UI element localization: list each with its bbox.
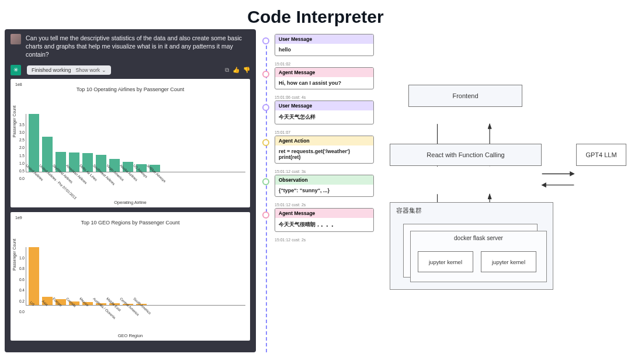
architecture-diagram: Frontend React with Function Calling GPT… bbox=[382, 29, 626, 352]
timeline-time: 15:01:07 bbox=[261, 130, 377, 136]
timeline-body: Hi, how can I assist you? bbox=[275, 77, 373, 89]
timeline-body: {"type": "sunny", ...} bbox=[275, 185, 373, 196]
timeline-time: 15:01:02 bbox=[261, 62, 377, 67]
chart-title: Top 10 Operating Airlines by Passenger C… bbox=[15, 86, 245, 92]
timeline-card: User Messagehello bbox=[275, 34, 374, 56]
chart-ylabel: Passenger Count bbox=[12, 105, 16, 137]
timeline-kind: Agent Message bbox=[275, 209, 373, 218]
timeline-dot bbox=[262, 178, 269, 185]
timeline-body: ret = requests.get('/weather') print(ret… bbox=[275, 145, 373, 163]
user-message-row: Can you tell me the descriptive statisti… bbox=[11, 34, 250, 59]
timeline-card: Agent Message今天天气很晴朗，。。。 bbox=[275, 208, 374, 232]
chart-xlabel: GEO Region bbox=[15, 333, 245, 338]
timeline-card: Agent Actionret = requests.get('/weather… bbox=[275, 136, 374, 164]
box-react: React with Function Calling bbox=[390, 144, 542, 166]
chart-bars bbox=[26, 247, 245, 306]
timeline-item: Agent Message今天天气很晴朗，。。。 bbox=[261, 208, 377, 232]
chevron-down-icon: ⌄ bbox=[102, 67, 106, 73]
timeline-dot bbox=[262, 104, 269, 111]
timeline-item: User Message今天天气怎么样 bbox=[261, 100, 377, 124]
box-kernel-1: jupyter kernel bbox=[418, 251, 473, 272]
box-cluster: 容器集群 docker flask server jupyter kernel … bbox=[390, 202, 553, 290]
chart-scale: 1e8 bbox=[15, 82, 245, 86]
show-work-toggle[interactable]: Show work ⌄ bbox=[76, 67, 107, 73]
timeline-body: 今天天气很晴朗，。。。 bbox=[275, 218, 373, 231]
timeline-card: Agent MessageHi, how can I assist you? bbox=[275, 67, 374, 89]
thumbs-down-icon[interactable]: 👎 bbox=[243, 67, 250, 74]
chart-airlines: 1e8Top 10 Operating Airlines by Passenge… bbox=[11, 79, 250, 207]
copy-icon[interactable]: ⧉ bbox=[225, 67, 229, 74]
timeline-item: User Messagehello bbox=[261, 34, 377, 56]
timeline-kind: User Message bbox=[275, 101, 373, 110]
chart-xlabels: United AirlinesUnited Airlines · Pre 07/… bbox=[28, 172, 243, 176]
chart-yaxis: 3.53.02.52.01.51.00.50.0 bbox=[15, 123, 26, 181]
chart-xlabel: Operating Airline bbox=[15, 200, 245, 205]
cluster-label: 容器集群 bbox=[396, 206, 422, 215]
chart-bars bbox=[26, 114, 245, 172]
docker-label: docker flask server bbox=[411, 235, 546, 241]
box-docker: docker flask server jupyter kernel jupyt… bbox=[410, 231, 547, 282]
timeline-time: 15:01:12 cost: 2s bbox=[261, 238, 377, 243]
thumbs-up-icon[interactable]: 👍 bbox=[233, 67, 240, 74]
chart-scale: 1e9 bbox=[15, 216, 245, 220]
timeline-time: 15:01:12 cost: 2s bbox=[261, 203, 377, 208]
timeline-kind: User Message bbox=[275, 34, 373, 44]
timeline-item: Agent MessageHi, how can I assist you? bbox=[261, 67, 377, 89]
timeline-body: 今天天气怎么样 bbox=[275, 110, 373, 124]
chat-panel: Can you tell me the descriptive statisti… bbox=[5, 29, 256, 352]
timeline-card: User Message今天天气怎么样 bbox=[275, 100, 374, 124]
user-avatar bbox=[11, 34, 21, 44]
chart-geo-regions: 1e9Top 10 GEO Regions by Passenger Count… bbox=[11, 212, 250, 341]
timeline-item: Observation{"type": "sunny", ...} bbox=[261, 175, 377, 197]
timeline-time: 15:01:12 cost: 3s bbox=[261, 169, 377, 175]
box-frontend: Frontend bbox=[408, 85, 522, 107]
box-llm: GPT4 LLM bbox=[576, 144, 626, 166]
timeline-dot bbox=[262, 37, 269, 44]
timeline-dot bbox=[262, 139, 269, 146]
timeline-dot bbox=[262, 71, 269, 78]
timeline-card: Observation{"type": "sunny", ...} bbox=[275, 175, 374, 197]
timeline-kind: Observation bbox=[275, 175, 373, 185]
timeline-time: 15:01:06 cost: 4s bbox=[261, 95, 377, 100]
user-prompt-text: Can you tell me the descriptive statisti… bbox=[26, 34, 250, 59]
timeline-dot bbox=[262, 212, 269, 219]
chart-yaxis: 1.00.80.60.40.20.0 bbox=[15, 256, 26, 314]
status-pill-label: Finished working bbox=[32, 67, 71, 73]
timeline-kind: Agent Action bbox=[275, 136, 373, 145]
box-kernel-2: jupyter kernel bbox=[481, 251, 536, 272]
page-title: Code Interpreter bbox=[0, 0, 631, 29]
assistant-avatar: ✳ bbox=[11, 65, 21, 75]
timeline-kind: Agent Message bbox=[275, 68, 373, 77]
timeline-panel: User Messagehello15:01:02Agent MessageHi… bbox=[261, 29, 377, 352]
chart-title: Top 10 GEO Regions by Passenger Count bbox=[15, 220, 245, 226]
status-pill[interactable]: Finished working Show work ⌄ bbox=[27, 65, 111, 75]
timeline-body: hello bbox=[275, 44, 373, 56]
chart-ylabel: Passenger Count bbox=[12, 238, 16, 270]
chart-xlabels: USAsiaEuropeCanadaMexicoAustralia / Ocea… bbox=[28, 306, 243, 309]
timeline-item: Agent Actionret = requests.get('/weather… bbox=[261, 136, 377, 164]
